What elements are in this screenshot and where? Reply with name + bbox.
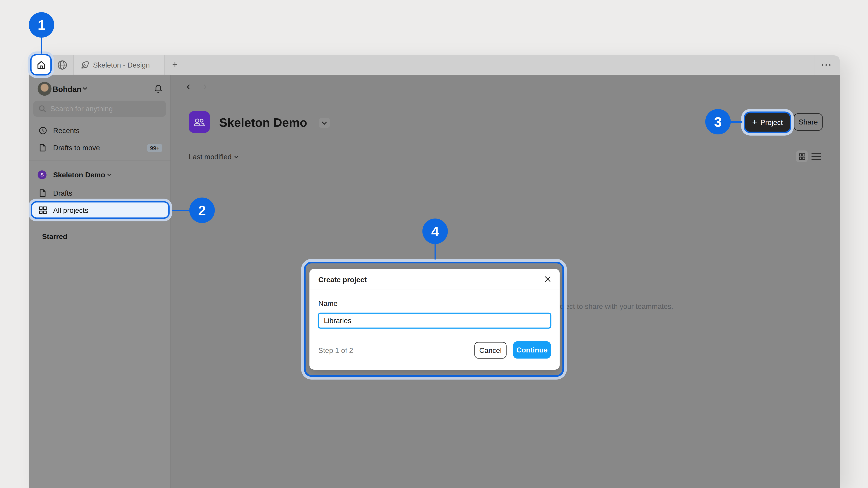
chevron-down-icon: [322, 121, 327, 125]
new-project-button[interactable]: + Project: [745, 113, 790, 132]
dialog-title: Create project: [318, 275, 367, 284]
list-view-icon: [811, 153, 822, 160]
new-project-label: Project: [761, 118, 783, 127]
home-tab-button[interactable]: [32, 55, 51, 74]
close-button[interactable]: [542, 273, 553, 285]
callout-4-connector: [434, 244, 436, 260]
new-tab-button[interactable]: +: [170, 55, 180, 75]
team-avatar: S: [38, 170, 46, 179]
sidebar-item-label: Recents: [53, 127, 80, 135]
tab-skeleton-design[interactable]: Skeleton - Design: [81, 55, 150, 75]
sidebar-item-all-projects[interactable]: All projects: [32, 202, 168, 217]
sidebar-item-recents[interactable]: Recents: [29, 122, 170, 139]
sidebar-divider: [29, 160, 170, 160]
notifications-bell-icon[interactable]: [154, 84, 163, 94]
tab-label: Skeleton - Design: [93, 61, 150, 69]
title-chevron-button[interactable]: [319, 118, 330, 128]
callout-2-connector: [172, 209, 190, 211]
tab-separator: [73, 55, 73, 75]
grid-view-toggle[interactable]: [796, 151, 808, 162]
sidebar-item-label: Drafts: [53, 189, 72, 197]
clock-icon: [39, 127, 47, 135]
home-icon: [36, 60, 46, 70]
chevron-down-icon: [235, 155, 239, 159]
tab-bar: Skeleton - Design + •••: [29, 55, 840, 75]
search-placeholder: Search for anything: [51, 105, 113, 113]
screenshot-canvas: Skeleton - Design + ••• Bohdan: [0, 0, 868, 488]
chevron-down-icon: [83, 87, 88, 90]
window-more-menu[interactable]: •••: [817, 55, 837, 75]
people-icon: [193, 117, 206, 128]
chevron-down-icon: [107, 173, 112, 177]
avatar: [38, 82, 52, 96]
search-input[interactable]: Search for anything: [33, 101, 166, 117]
sidebar-item-drafts-to-move[interactable]: Drafts to move 99+: [29, 139, 170, 156]
sort-dropdown[interactable]: Last modified: [189, 153, 239, 161]
count-badge: 99+: [147, 144, 162, 152]
sort-label: Last modified: [189, 153, 231, 161]
account-switcher[interactable]: Bohdan: [29, 79, 170, 99]
sidebar-item-label: All projects: [53, 206, 88, 214]
file-icon: [39, 189, 47, 197]
user-name: Bohdan: [53, 85, 82, 94]
file-icon: [39, 144, 47, 152]
share-button[interactable]: Share: [794, 113, 823, 131]
team-icon: [189, 111, 210, 133]
team-name: Skeleton Demo: [53, 171, 105, 179]
starred-section-label: Starred: [42, 232, 67, 241]
callout-2: 2: [189, 197, 215, 223]
sidebar-item-drafts[interactable]: Drafts: [29, 185, 170, 201]
sidebar-item-label: Drafts to move: [53, 144, 100, 152]
page-title: Skeleton Demo: [219, 116, 307, 130]
forward-button: ›: [203, 80, 207, 93]
back-button[interactable]: ‹: [186, 80, 190, 93]
step-indicator: Step 1 of 2: [318, 346, 353, 355]
community-tab-button[interactable]: [57, 60, 68, 70]
project-name-input[interactable]: [318, 313, 551, 329]
tab-separator: [164, 55, 165, 75]
cancel-button[interactable]: Cancel: [474, 342, 506, 358]
name-label: Name: [318, 299, 338, 308]
grid-icon: [39, 206, 47, 214]
sidebar-team-switcher[interactable]: S Skeleton Demo: [29, 166, 170, 183]
callout-1: 1: [29, 12, 54, 38]
sidebar: Bohdan Search for anyth: [29, 75, 170, 488]
grid-view-icon: [799, 153, 805, 160]
dialog-divider: [309, 289, 560, 289]
callout-3: 3: [705, 109, 731, 134]
callout-4: 4: [423, 219, 448, 244]
close-icon: [545, 276, 551, 282]
callout-3-connector: [730, 121, 742, 123]
continue-button[interactable]: Continue: [513, 341, 551, 359]
globe-icon: [57, 60, 68, 70]
search-icon: [39, 105, 46, 112]
plus-icon: +: [752, 117, 757, 127]
create-project-dialog: Create project Name Step 1 of 2 Cancel C…: [309, 269, 560, 369]
callout-1-connector: [41, 37, 42, 54]
list-view-toggle[interactable]: [811, 153, 822, 160]
pen-nib-icon: [81, 61, 89, 69]
tab-separator: [814, 55, 814, 75]
